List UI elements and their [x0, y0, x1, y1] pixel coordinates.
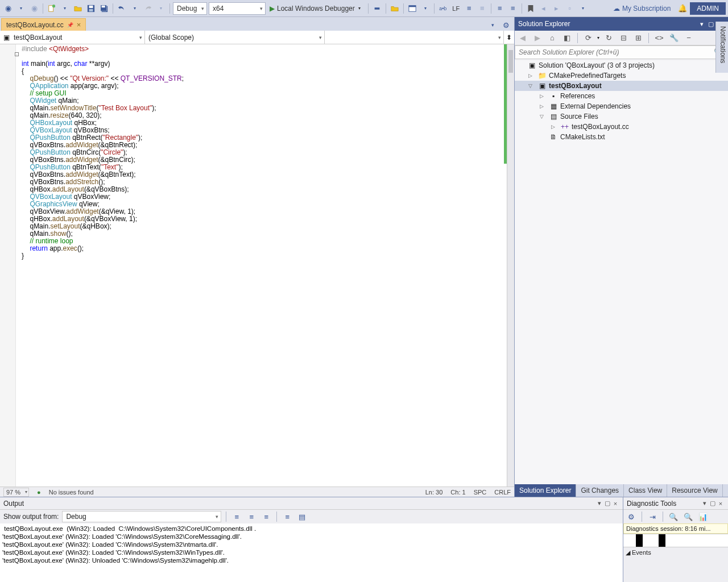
tab-resource-view[interactable]: Resource View — [667, 484, 722, 497]
tab-settings-icon[interactable]: ⚙ — [500, 19, 512, 31]
tree-file-node[interactable]: 🗎 CMakeLists.txt — [515, 132, 728, 142]
tree-solution-node[interactable]: ▣ Solution 'QBoxLayout' (3 of 3 projects… — [515, 60, 728, 70]
diag-chart-icon[interactable]: 📊 — [697, 511, 709, 522]
diag-timeline[interactable] — [623, 534, 728, 547]
se-switch-icon[interactable]: ◧ — [561, 32, 573, 44]
tree-folder-node[interactable]: ▷📁 CMakePredefinedTargets — [515, 70, 728, 81]
document-tab[interactable]: testQBoxLayout.cc 📌 × — [1, 18, 86, 31]
tree-project-node[interactable]: ▽▣ testQBoxLayout — [515, 81, 728, 91]
start-debug-button[interactable]: ▶ Local Windows Debugger ▾ — [267, 2, 365, 15]
window-icon[interactable] — [407, 3, 418, 14]
undo-dd-icon[interactable]: ▾ — [129, 3, 140, 14]
undo-icon[interactable] — [116, 3, 127, 14]
member-scope-dropdown[interactable] — [325, 31, 504, 44]
editor-scrollbar[interactable] — [507, 44, 514, 487]
output-close-icon[interactable]: × — [611, 500, 619, 507]
uncomment-icon[interactable]: ≡ — [507, 3, 519, 14]
zoom-in-icon[interactable]: 🔍 — [668, 511, 679, 522]
pin-icon[interactable]: 📌 — [67, 22, 73, 28]
folder-icon[interactable] — [389, 3, 400, 14]
output-menu-icon[interactable]: ▾ — [595, 500, 603, 507]
pin-panel-icon[interactable]: ▢ — [706, 20, 715, 28]
window-dd-icon[interactable]: ▾ — [420, 3, 431, 14]
platform-dropdown[interactable]: x64 — [209, 2, 266, 15]
se-back-icon[interactable]: ◀ — [517, 32, 528, 44]
bm-dd-icon[interactable]: ▾ — [577, 3, 589, 14]
se-wrench-icon[interactable]: 🔧 — [668, 32, 680, 44]
bm-next-icon[interactable]: ▸ — [551, 3, 562, 14]
out-clear-icon[interactable]: ≡ — [260, 511, 272, 522]
save-all-icon[interactable] — [98, 3, 110, 14]
notifications-vertical-tab[interactable]: Notifications — [715, 22, 728, 73]
output-pin-icon[interactable]: ▢ — [603, 500, 611, 507]
ws-icon[interactable]: a•b — [437, 3, 449, 14]
redo-icon[interactable] — [142, 3, 154, 14]
code-editor[interactable]: - #include <QtWidgets> int main(int argc… — [0, 44, 514, 487]
tab-overflow-icon[interactable]: ▾ — [487, 19, 498, 31]
diag-pin-icon[interactable]: ▢ — [709, 500, 717, 507]
se-collapse-icon[interactable]: ⊟ — [618, 32, 629, 44]
split-editor-icon[interactable]: ⬍ — [504, 31, 514, 44]
tree-references-node[interactable]: ▷▪ References — [515, 91, 728, 101]
window-menu-icon[interactable]: ▾ — [697, 20, 706, 28]
tree-sourcefiles-node[interactable]: ▽▤ Source Files — [515, 111, 728, 122]
tree-extdeps-node[interactable]: ▷▦ External Dependencies — [515, 101, 728, 111]
diag-close-icon[interactable]: × — [717, 500, 725, 507]
comment-icon[interactable]: ≡ — [494, 3, 506, 14]
output-titlebar[interactable]: Output ▾ ▢ × — [0, 497, 623, 510]
se-filter-icon[interactable]: ⟳ — [582, 32, 594, 44]
notifications-bell-icon[interactable]: 🔔 — [677, 3, 688, 14]
diag-menu-icon[interactable]: ▾ — [701, 500, 709, 507]
project-scope-dropdown[interactable]: ▣ testQBoxLayout — [0, 31, 145, 44]
redo-dd-icon[interactable]: ▾ — [155, 3, 167, 14]
insert-mode[interactable]: SPC — [474, 489, 487, 496]
out-next-icon[interactable]: ≡ — [246, 511, 257, 522]
se-code-icon[interactable]: <> — [653, 32, 665, 44]
close-tab-icon[interactable]: × — [77, 20, 81, 29]
diag-settings-icon[interactable]: ⚙ — [626, 511, 637, 522]
bm-prev-icon[interactable]: ◂ — [538, 3, 549, 14]
output-source-dropdown[interactable]: Debug — [62, 511, 221, 522]
zoom-dropdown[interactable]: 97 % — [3, 488, 29, 497]
diag-stop-icon[interactable]: ⇥ — [647, 511, 658, 522]
diag-titlebar[interactable]: Diagnostic Tools ▾ ▢ × — [623, 497, 728, 510]
admin-badge[interactable]: ADMIN — [690, 2, 726, 15]
bookmark-icon[interactable] — [525, 3, 536, 14]
se-sync-icon[interactable]: ↻ — [603, 32, 614, 44]
se-home-icon[interactable]: ⌂ — [547, 32, 558, 44]
solution-explorer-titlebar[interactable]: Solution Explorer ▾ ▢ × — [515, 17, 728, 31]
fold-icon[interactable]: - — [15, 52, 19, 56]
new-item-dd-icon[interactable]: ▾ — [59, 3, 71, 14]
diag-events-header[interactable]: ◢ Events — [623, 547, 728, 558]
se-showall-icon[interactable]: ⊞ — [632, 32, 644, 44]
output-text[interactable]: testQBoxLayout.exe (Win32): Loaded C:\Wi… — [0, 523, 623, 582]
solution-search-input[interactable] — [515, 45, 728, 59]
nav-back-dd-icon[interactable]: ▾ — [15, 3, 27, 14]
solution-tree[interactable]: ▣ Solution 'QBoxLayout' (3 of 3 projects… — [515, 60, 728, 484]
save-icon[interactable] — [85, 3, 97, 14]
open-icon[interactable] — [72, 3, 84, 14]
bm-clear-icon[interactable]: ▫ — [564, 3, 576, 14]
tab-git-changes[interactable]: Git Changes — [576, 484, 624, 497]
tab-class-view[interactable]: Class View — [624, 484, 667, 497]
se-minus-icon[interactable]: − — [683, 32, 694, 44]
nav-fwd-icon[interactable]: ◉ — [28, 3, 40, 14]
indent-icon[interactable]: ≡ — [464, 3, 475, 14]
outdent-icon[interactable]: ≡ — [477, 3, 488, 14]
nav-back-icon[interactable]: ◉ — [2, 3, 14, 14]
new-item-icon[interactable] — [46, 3, 57, 14]
tree-file-node[interactable]: ▷++ testQBoxLayout.cc — [515, 122, 728, 132]
out-prev-icon[interactable]: ≡ — [231, 511, 242, 522]
se-fwd-icon[interactable]: ▶ — [532, 32, 543, 44]
line-indicator[interactable]: Ln: 30 — [425, 489, 443, 496]
col-indicator[interactable]: Ch: 1 — [450, 489, 465, 496]
subscription-link[interactable]: ☁ My Subscription — [609, 5, 675, 13]
zoom-out-icon[interactable]: 🔍 — [682, 511, 694, 522]
out-wrap-icon[interactable]: ≡ — [282, 511, 293, 522]
line-ending-button[interactable]: LF — [450, 3, 462, 14]
eol-indicator[interactable]: CRLF — [494, 489, 511, 496]
step-icon[interactable] — [371, 3, 383, 14]
config-dropdown[interactable]: Debug — [173, 2, 207, 15]
namespace-scope-dropdown[interactable]: (Global Scope) — [145, 31, 325, 44]
out-goto-icon[interactable]: ▤ — [296, 511, 308, 522]
